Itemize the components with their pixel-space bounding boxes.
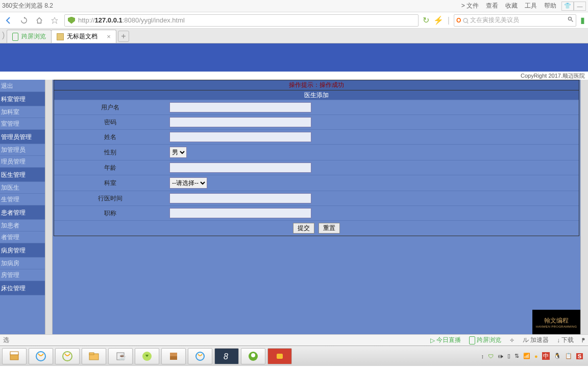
tray-icon-1[interactable]: ↕ bbox=[481, 353, 484, 359]
input-name[interactable] bbox=[169, 132, 311, 142]
reset-button[interactable]: 重置 bbox=[318, 223, 340, 234]
status-accel[interactable]: ✧ bbox=[509, 337, 514, 344]
sidebar-item-add-doctor[interactable]: 加医生 bbox=[0, 182, 45, 194]
taskbar-btn-4[interactable] bbox=[82, 348, 106, 364]
menu-view[interactable]: 查看 bbox=[486, 2, 498, 10]
taskbar-btn-1[interactable] bbox=[2, 348, 27, 364]
tray-icon-4[interactable]: ▯ bbox=[507, 353, 510, 359]
taskbar-btn-9[interactable]: 8 bbox=[214, 348, 239, 364]
close-icon[interactable]: × bbox=[107, 33, 111, 40]
home-button[interactable] bbox=[34, 15, 45, 26]
svg-text:8: 8 bbox=[224, 352, 228, 361]
taskbar-btn-8[interactable] bbox=[188, 348, 212, 364]
sidebar-sec-patient[interactable]: 患者管理 bbox=[0, 205, 45, 220]
status-live[interactable]: ▷今日直播 bbox=[430, 336, 461, 344]
input-title[interactable] bbox=[169, 208, 311, 218]
skin-button[interactable]: 👕 bbox=[561, 2, 574, 11]
status-boost[interactable]: ル加速器 bbox=[523, 336, 549, 344]
select-dept[interactable]: --请选择-- bbox=[169, 177, 207, 189]
taskbar-btn-7[interactable] bbox=[161, 348, 186, 364]
sidebar-sec-admin[interactable]: 管理员管理 bbox=[0, 130, 45, 144]
tab-prev-icon[interactable]: ) bbox=[2, 31, 5, 40]
tray-icon-8[interactable]: 中 bbox=[542, 352, 550, 360]
sidebar-item-add-ward[interactable]: 加病房 bbox=[0, 258, 45, 269]
tray-icon-5[interactable]: ⇅ bbox=[514, 353, 519, 359]
taskbar-btn-2[interactable] bbox=[29, 348, 53, 364]
minimize-button[interactable]: — bbox=[574, 2, 586, 11]
back-button[interactable] bbox=[3, 15, 14, 26]
sidebar-item-add-admin[interactable]: 加管理员 bbox=[0, 144, 45, 156]
system-tray: ↕ 🛡 🕪 ▯ ⇅ 📶 ● 中 🐧 📋 S bbox=[481, 352, 586, 360]
tray-icon-7[interactable]: ● bbox=[534, 353, 538, 359]
sidebar-sec-bed[interactable]: 床位管理 bbox=[0, 281, 45, 295]
new-tab-button[interactable]: + bbox=[118, 31, 129, 42]
url-input[interactable]: http://127.0.0.1:8080/yygl/index.html bbox=[64, 14, 419, 27]
search-provider-icon: O bbox=[456, 17, 461, 24]
tray-icon-3[interactable]: 🕪 bbox=[498, 353, 503, 359]
menu-help[interactable]: 帮助 bbox=[544, 2, 556, 10]
ext-icon[interactable]: ▮ bbox=[580, 15, 585, 25]
phone-icon bbox=[469, 336, 475, 344]
sidebar-sec-doctor[interactable]: 医生管理 bbox=[0, 168, 45, 182]
tab-document[interactable]: 无标题文档 × bbox=[51, 30, 116, 43]
form-panel: 操作提示：操作成功 医生添加 用户名 密码 姓名 性别男 年龄 科室--请选择-… bbox=[54, 80, 579, 236]
menu-file[interactable]: > 文件 bbox=[461, 2, 479, 10]
input-age[interactable] bbox=[169, 163, 311, 173]
tray-icon-11[interactable]: S bbox=[576, 353, 583, 359]
url-host: 127.0.0.1 bbox=[95, 16, 122, 24]
status-left: 选 bbox=[3, 336, 422, 344]
sidebar-item-add-patient[interactable]: 加患者 bbox=[0, 220, 45, 232]
sidebar-item-dept-mgmt[interactable]: 室管理 bbox=[0, 118, 45, 130]
star-button[interactable] bbox=[49, 15, 60, 26]
input-years[interactable] bbox=[169, 193, 311, 203]
sidebar-item-add-dept[interactable]: 加科室 bbox=[0, 106, 45, 118]
label-password: 密码 bbox=[54, 115, 166, 130]
sidebar-item-patient-mgmt[interactable]: 者管理 bbox=[0, 232, 45, 243]
taskbar: ☕ 8 ↕ 🛡 🕪 ▯ ⇅ 📶 ● 中 🐧 📋 S bbox=[0, 346, 588, 366]
label-age: 年龄 bbox=[54, 160, 166, 175]
copyright: CopyRight 2017.顺迈医院 bbox=[0, 72, 588, 80]
status-crossscreen[interactable]: 跨屏浏览 bbox=[469, 336, 501, 344]
svg-point-0 bbox=[569, 17, 572, 20]
input-password[interactable] bbox=[169, 117, 311, 127]
status-flag[interactable]: ᖰ bbox=[582, 337, 585, 344]
sidebar-sec-ward[interactable]: 病房管理 bbox=[0, 243, 45, 258]
sidebar-item-doctor-mgmt[interactable]: 生管理 bbox=[0, 194, 45, 205]
main-scrollbar[interactable] bbox=[580, 80, 588, 334]
submit-button[interactable]: 提交 bbox=[293, 223, 314, 234]
search-button[interactable] bbox=[568, 16, 574, 24]
tray-icon-10[interactable]: 📋 bbox=[565, 353, 572, 359]
browser-title: 360安全浏览器 8.2 bbox=[2, 2, 461, 10]
sidebar-scrollbar[interactable] bbox=[45, 80, 53, 334]
taskbar-btn-10[interactable] bbox=[241, 348, 265, 364]
shield-icon bbox=[68, 17, 75, 24]
sync-icon[interactable]: ↻ bbox=[423, 15, 429, 25]
sidebar-exit[interactable]: 退出 bbox=[0, 80, 45, 92]
svg-rect-6 bbox=[89, 353, 94, 355]
taskbar-btn-6[interactable] bbox=[135, 348, 159, 364]
menu-fav[interactable]: 收藏 bbox=[505, 2, 518, 10]
status-download[interactable]: ↓下载 bbox=[557, 336, 574, 344]
input-username[interactable] bbox=[169, 102, 311, 112]
tray-icon-6[interactable]: 📶 bbox=[523, 353, 530, 359]
lightning-icon[interactable]: ⚡ bbox=[433, 15, 444, 25]
tray-icon-2[interactable]: 🛡 bbox=[488, 353, 494, 359]
svg-rect-2 bbox=[10, 352, 18, 355]
tab-crossscreen[interactable]: 跨屏浏览 bbox=[7, 30, 52, 43]
watermark-line1: 翰文编程 bbox=[544, 316, 569, 325]
search-input[interactable]: O 文在寅接见美议员 bbox=[454, 14, 576, 27]
tray-icon-9[interactable]: 🐧 bbox=[554, 353, 561, 359]
page-icon bbox=[57, 33, 64, 40]
sidebar-item-admin-mgmt[interactable]: 理员管理 bbox=[0, 156, 45, 168]
select-gender[interactable]: 男 bbox=[169, 147, 187, 158]
taskbar-btn-3[interactable] bbox=[55, 348, 80, 364]
sidebar-item-ward-mgmt[interactable]: 房管理 bbox=[0, 269, 45, 281]
search-placeholder: 文在寅接见美议员 bbox=[470, 16, 566, 25]
reload-button[interactable] bbox=[18, 15, 30, 26]
menu-tools[interactable]: 工具 bbox=[525, 2, 537, 10]
taskbar-btn-5[interactable]: ☕ bbox=[108, 348, 133, 364]
taskbar-btn-11[interactable] bbox=[267, 348, 292, 364]
sidebar-sec-dept[interactable]: 科室管理 bbox=[0, 92, 45, 106]
tab-bar: ) 跨屏浏览 无标题文档 × + bbox=[0, 29, 588, 43]
label-name: 姓名 bbox=[54, 130, 166, 145]
